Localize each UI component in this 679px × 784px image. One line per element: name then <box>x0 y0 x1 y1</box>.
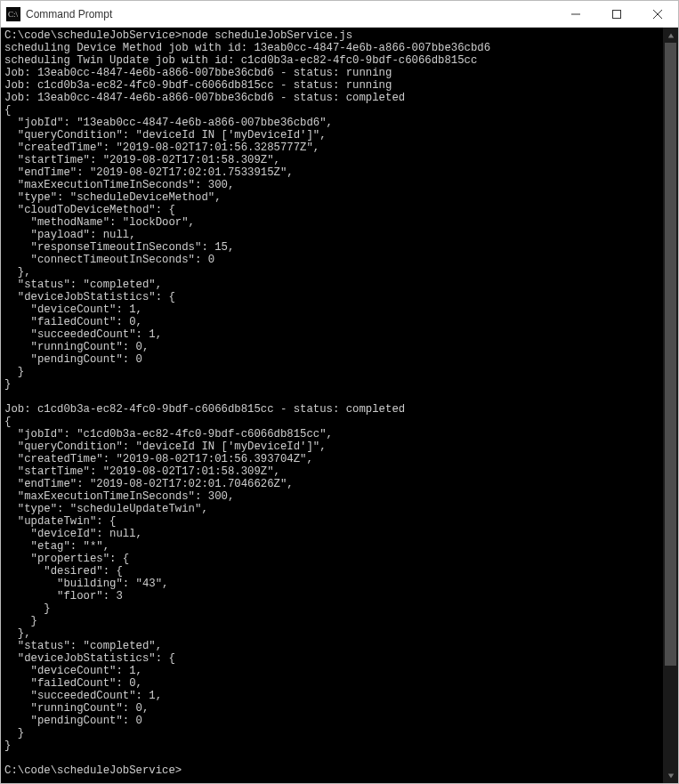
window-title: Command Prompt <box>26 8 555 20</box>
output-line: scheduling Device Method job with id: 13… <box>4 42 490 54</box>
job2-json-output: { "jobId": "c1cd0b3a-ec82-4fc0-9bdf-c606… <box>4 416 333 752</box>
output-line: Job: c1cd0b3a-ec82-4fc0-9bdf-c6066db815c… <box>4 403 405 416</box>
output-line: scheduling Twin Update job with id: c1cd… <box>4 54 477 67</box>
scroll-down-arrow-icon[interactable] <box>663 768 678 783</box>
window-controls <box>555 1 678 27</box>
vertical-scrollbar[interactable] <box>663 28 678 783</box>
minimize-button[interactable] <box>555 1 596 27</box>
output-line: Job: 13eab0cc-4847-4e6b-a866-007bbe36cbd… <box>4 92 405 104</box>
svg-rect-4 <box>613 10 621 18</box>
console-area: C:\code\scheduleJobService>node schedule… <box>1 28 678 783</box>
command-text: node scheduleJobService.js <box>182 29 352 42</box>
output-line: Job: c1cd0b3a-ec82-4fc0-9bdf-c6066db815c… <box>4 79 392 92</box>
titlebar[interactable]: C:\ Command Prompt <box>1 1 678 28</box>
output-line: Job: 13eab0cc-4847-4e6b-a866-007bbe36cbd… <box>4 67 392 79</box>
console-output[interactable]: C:\code\scheduleJobService>node schedule… <box>1 28 663 783</box>
command-prompt-window: C:\ Command Prompt C:\code\scheduleJobSe… <box>0 0 679 784</box>
prompt-path: C:\code\scheduleJobService> <box>4 764 182 777</box>
close-button[interactable] <box>637 1 678 27</box>
cmd-icon: C:\ <box>6 7 20 21</box>
svg-marker-7 <box>667 33 673 37</box>
scroll-up-arrow-icon[interactable] <box>663 28 678 43</box>
maximize-button[interactable] <box>596 1 637 27</box>
svg-text:C:\: C:\ <box>8 10 19 19</box>
prompt-path: C:\code\scheduleJobService> <box>4 29 182 42</box>
scrollbar-thumb[interactable] <box>665 43 676 666</box>
job1-json-output: { "jobId": "13eab0cc-4847-4e6b-a866-007b… <box>4 104 333 391</box>
svg-marker-8 <box>667 773 673 778</box>
